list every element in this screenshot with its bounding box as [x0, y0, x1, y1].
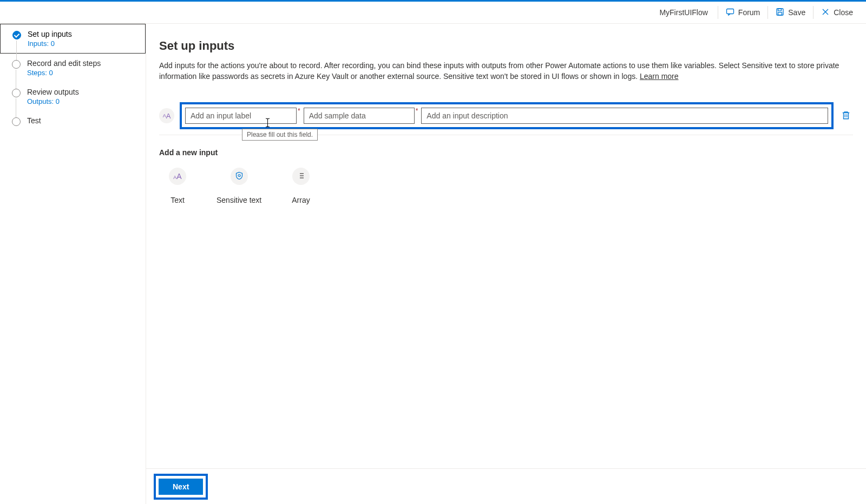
- trash-icon: [841, 114, 851, 122]
- divider: [718, 6, 718, 19]
- input-label-field[interactable]: [185, 108, 297, 124]
- close-icon: [821, 8, 830, 18]
- header-bar: MyFirstUIFlow Forum Save Close: [0, 2, 866, 24]
- step-title: Record and edit steps: [27, 59, 101, 68]
- divider: [813, 6, 813, 19]
- svg-rect-3: [778, 12, 782, 15]
- speech-bubble-icon: [726, 8, 734, 18]
- step-circle-icon: [12, 117, 21, 126]
- wizard-step-record[interactable]: Record and edit steps Steps: 0: [0, 54, 146, 82]
- type-label: Text: [170, 196, 185, 204]
- svg-rect-0: [726, 9, 733, 14]
- divider: [767, 6, 768, 19]
- list-icon: [297, 171, 305, 182]
- save-label: Save: [788, 8, 805, 17]
- step-subtitle: Outputs: 0: [27, 97, 79, 105]
- step-check-icon: [12, 31, 21, 39]
- step-circle-icon: [12, 89, 21, 97]
- step-title: Review outputs: [27, 88, 79, 96]
- validation-tooltip: Please fill out this field.: [242, 129, 318, 141]
- footer-bar: Next: [146, 468, 866, 504]
- input-row: AA * Please fill out this field. *: [159, 102, 853, 129]
- shield-icon: [235, 171, 244, 182]
- forum-button[interactable]: Forum: [720, 4, 765, 21]
- highlight-frame: Next: [154, 474, 208, 500]
- main-content: Set up inputs Add inputs for the actions…: [146, 24, 866, 504]
- sample-data-field[interactable]: [304, 108, 415, 124]
- close-label: Close: [834, 8, 853, 17]
- svg-point-4: [238, 174, 240, 176]
- description-field[interactable]: [421, 108, 828, 124]
- intro-text: Add inputs for the actions you're about …: [159, 61, 853, 82]
- type-text[interactable]: AA Text: [169, 168, 186, 204]
- step-title: Test: [27, 116, 41, 125]
- type-label: Sensitive text: [216, 196, 261, 204]
- wizard-step-test[interactable]: Test: [0, 111, 146, 131]
- forum-label: Forum: [738, 8, 760, 17]
- type-label: Array: [292, 196, 310, 204]
- text-type-icon: AA: [159, 108, 174, 123]
- wizard-step-outputs[interactable]: Review outputs Outputs: 0: [0, 82, 146, 111]
- step-subtitle: Steps: 0: [27, 69, 101, 77]
- type-sensitive[interactable]: Sensitive text: [216, 168, 261, 204]
- learn-more-link[interactable]: Learn more: [640, 72, 679, 81]
- highlight-frame: * Please fill out this field. *: [180, 102, 834, 129]
- step-circle-icon: [12, 60, 21, 69]
- add-input-heading: Add a new input: [159, 148, 853, 157]
- step-subtitle: Inputs: 0: [28, 39, 72, 48]
- save-icon: [776, 8, 784, 18]
- input-type-list: AA Text Sensitive text Array: [159, 168, 853, 204]
- flow-name: MyFirstUIFlow: [659, 8, 715, 17]
- close-button[interactable]: Close: [816, 4, 858, 21]
- type-array[interactable]: Array: [292, 168, 310, 204]
- svg-rect-1: [777, 9, 783, 15]
- text-icon: AA: [173, 172, 181, 181]
- required-asterisk: *: [415, 108, 418, 114]
- step-title: Set up inputs: [28, 30, 72, 38]
- next-button[interactable]: Next: [159, 479, 203, 495]
- wizard-step-inputs[interactable]: Set up inputs Inputs: 0: [0, 24, 146, 54]
- delete-input-button[interactable]: [839, 108, 853, 124]
- page-title: Set up inputs: [159, 39, 853, 53]
- wizard-sidebar: Set up inputs Inputs: 0 Record and edit …: [0, 24, 146, 504]
- svg-rect-2: [778, 9, 782, 11]
- required-asterisk: *: [297, 108, 300, 114]
- save-button[interactable]: Save: [770, 4, 811, 21]
